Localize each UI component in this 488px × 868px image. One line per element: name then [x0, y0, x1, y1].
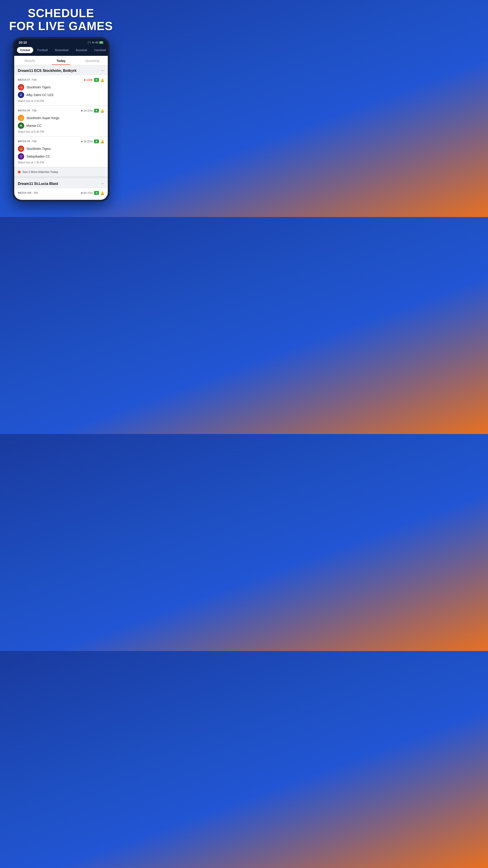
- team-logo-tigers-3: 🐯: [18, 146, 24, 152]
- time-badge-2: 1h 57m: [81, 109, 93, 112]
- sport-tab-handball[interactable]: Handball: [91, 47, 108, 53]
- match-status-1: LIVE ★ 🔔: [84, 78, 104, 82]
- star-badge-3: ★: [94, 140, 99, 143]
- team-row-1-1: 🐯 Stockholm Tigers: [18, 84, 104, 90]
- match-card-2[interactable]: MATCH #8 - T10 1h 57m ★ 🔔 👑 Stockholm Su…: [14, 106, 108, 136]
- match-card-1[interactable]: MATCH #7 - T10 LIVE ★ 🔔 🐯 Stockholm Tige…: [14, 75, 108, 105]
- match-status-4: 6h 27m ★ 🔔: [81, 191, 104, 195]
- see-more-dot-icon: [18, 170, 21, 174]
- team-row-1-2: Z Alby Zalmi CC U23: [18, 92, 104, 98]
- star-badge-1: ★: [94, 78, 99, 82]
- section-divider: [14, 176, 108, 178]
- play-arrow-3: [81, 141, 83, 143]
- team-name-3-1: Stockholm Tigers: [26, 147, 51, 151]
- bell-icon-4[interactable]: 🔔: [100, 191, 104, 195]
- bell-icon-1[interactable]: 🔔: [100, 78, 104, 82]
- phone-frame: 20:10 📳 Yo 4G 17 Cricket Football Basket…: [12, 37, 109, 202]
- see-more-button[interactable]: See 2 More Matches Today: [14, 167, 108, 176]
- section2-header[interactable]: Dream11 St.Lucia Blast →: [14, 178, 108, 188]
- team-name-2-2: Marsta CC: [26, 124, 41, 127]
- team-row-2-1: 👑 Stockholm Super Kings: [18, 115, 104, 121]
- battery-icon: 17: [99, 41, 103, 44]
- section2-arrow[interactable]: →: [100, 181, 104, 186]
- live-badge: LIVE: [84, 79, 93, 82]
- section1-header[interactable]: Dream11 ECS Stockholm, Botkyrk →: [14, 65, 108, 75]
- vibrate-icon: 📳: [88, 41, 91, 44]
- section1-arrow[interactable]: →: [100, 68, 104, 73]
- team-row-2-2: M Marsta CC: [18, 123, 104, 129]
- team-name-1-2: Alby Zalmi CC U23: [26, 93, 53, 97]
- team-row-3-1: 🐯 Stockholm Tigers: [18, 146, 104, 152]
- time-badge-3: 3h 57m: [81, 140, 93, 143]
- sport-tabs: Cricket Football Basketball Baseball Han…: [14, 45, 108, 56]
- team-name-2-1: Stockholm Super Kings: [26, 116, 59, 120]
- team-logo-marsta: M: [18, 123, 24, 129]
- team-logo-saltsjobaden: ⚔️: [18, 153, 24, 160]
- team-name-1-1: Stockholm Tigers: [26, 86, 51, 89]
- bell-icon-2[interactable]: 🔔: [100, 109, 104, 113]
- team-row-3-2: ⚔️ Saltsjobaden CC: [18, 153, 104, 160]
- live-dot-icon: [84, 79, 86, 81]
- sport-tab-cricket[interactable]: Cricket: [17, 47, 33, 53]
- tab-upcoming[interactable]: Upcoming: [76, 56, 108, 65]
- watch-time-3: Watch live at 7:30 PM: [18, 161, 104, 164]
- match-status-2: 1h 57m ★ 🔔: [81, 109, 104, 113]
- main-content: Results Today Upcoming Dream11 ECS Stock…: [14, 56, 108, 200]
- team-logo-zalmi: Z: [18, 92, 24, 98]
- match-label-3: MATCH #9 - T10: [18, 140, 36, 143]
- bell-icon-3[interactable]: 🔔: [100, 140, 104, 143]
- star-badge-2: ★: [94, 109, 99, 113]
- sport-tab-football[interactable]: Football: [34, 47, 51, 53]
- network-icon: 4G: [95, 41, 98, 44]
- team-logo-superkings: 👑: [18, 115, 24, 121]
- match-label-1: MATCH #7 - T10: [18, 79, 36, 81]
- match-label-4: MATCH #29 - T10: [18, 192, 38, 194]
- match-label-2: MATCH #8 - T10: [18, 110, 36, 112]
- see-more-text: See 2 More Matches Today: [22, 170, 58, 174]
- watch-time-2: Watch live at 5:30 PM: [18, 130, 104, 133]
- time-badge-4: 6h 27m: [81, 191, 93, 195]
- section1-title: Dream11 ECS Stockholm, Botkyrk: [18, 69, 76, 73]
- status-time: 20:10: [19, 41, 27, 44]
- section2-title: Dream11 St.Lucia Blast: [18, 182, 58, 186]
- match-card-4[interactable]: MATCH #29 - T10 6h 27m ★ 🔔: [14, 188, 108, 200]
- status-bar: 20:10 📳 Yo 4G 17: [14, 39, 108, 45]
- sport-tab-basketball[interactable]: Basketball: [52, 47, 72, 53]
- match-card-3[interactable]: MATCH #9 - T10 3h 57m ★ 🔔 🐯 Stockholm Ti…: [14, 136, 108, 167]
- hero-title: SCHEDULE FOR LIVE GAMES: [5, 0, 118, 37]
- team-logo-tigers-1: 🐯: [18, 84, 24, 90]
- star-badge-4: ★: [94, 191, 99, 195]
- match-status-3: 3h 57m ★ 🔔: [81, 140, 104, 143]
- play-arrow-2: [81, 110, 83, 112]
- sport-tab-baseball[interactable]: Baseball: [72, 47, 90, 53]
- sub-tabs: Results Today Upcoming: [14, 56, 108, 65]
- play-arrow-4: [81, 192, 83, 194]
- tab-results[interactable]: Results: [14, 56, 45, 65]
- tab-today[interactable]: Today: [45, 56, 76, 65]
- watch-time-1: Watch live at 3:30 PM: [18, 99, 104, 103]
- status-icons: 📳 Yo 4G 17: [88, 41, 103, 44]
- team-name-3-2: Saltsjobaden CC: [26, 155, 50, 158]
- signal-icon: Yo: [92, 41, 94, 44]
